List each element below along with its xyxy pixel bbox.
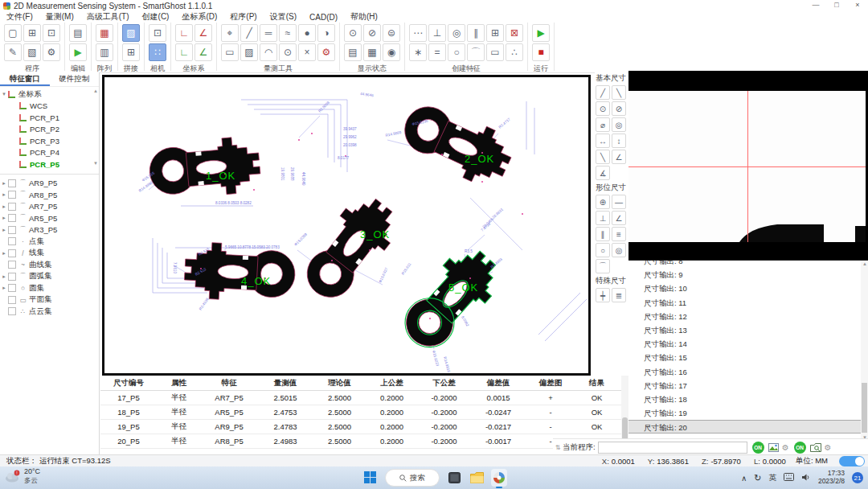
tray-clock[interactable]: 17:33 2023/2/8 <box>818 470 845 486</box>
output-item-8[interactable]: 尺寸输出: 8 <box>628 260 868 268</box>
program-new[interactable]: ▢ <box>4 24 22 42</box>
output-item-11[interactable]: 尺寸输出: 11 <box>628 296 868 310</box>
scroll-up-icon[interactable]: ▲ <box>862 261 867 266</box>
tool-parallel[interactable]: ═ <box>260 24 277 42</box>
edit-continue[interactable]: ▶ <box>69 43 87 61</box>
run-stop[interactable]: ■ <box>532 43 550 61</box>
tool-line[interactable]: ╱ <box>240 24 258 42</box>
tree-item-WCS[interactable]: WCS <box>0 101 99 113</box>
feature-item-点云集[interactable]: ∴点云集 <box>0 306 99 318</box>
output-scrollbar[interactable]: ▲ ▼ <box>861 261 868 441</box>
smartghost-app-icon[interactable] <box>491 469 507 487</box>
dim-point-point[interactable]: ╲ <box>612 85 626 100</box>
expand-arrow-icon[interactable]: ▸ <box>0 180 8 187</box>
create-midline[interactable]: = <box>428 43 446 61</box>
table-row-17_P5[interactable]: 17_P5半径AR7_P52.50152.50000.2000-0.20000.… <box>100 391 628 405</box>
camera-view[interactable] <box>628 71 868 260</box>
output-item-20[interactable]: 尺寸输出: 20 <box>628 420 868 434</box>
program-save[interactable]: ⊞ <box>23 24 41 42</box>
dim-distance-v[interactable]: ↕ <box>612 134 626 148</box>
feature-checkbox[interactable] <box>8 214 16 222</box>
output-item-18[interactable]: 尺寸输出: 18 <box>628 392 868 406</box>
create-plane[interactable]: ▭ <box>486 43 504 61</box>
camera-live[interactable]: ⊡ <box>149 24 166 42</box>
program-select[interactable]: ▧ <box>23 43 41 61</box>
coord-build[interactable]: ∟ <box>175 24 193 42</box>
feature-checkbox[interactable] <box>8 307 16 315</box>
settings-gear-icon-1[interactable]: ⚙ <box>782 443 789 452</box>
tree-root-coordsys[interactable]: ▾坐标系 <box>0 88 99 101</box>
dim-position[interactable]: ⊕ <box>596 195 610 209</box>
part-2_OK[interactable] <box>395 95 519 192</box>
dim-output-list[interactable]: ≣ <box>612 288 626 302</box>
dim-roundness[interactable]: ○ <box>596 243 610 257</box>
view-3d[interactable]: ◉ <box>383 43 400 61</box>
weather-widget[interactable]: ! 20°C 多云 <box>5 468 40 484</box>
tool-gauge[interactable]: ◠ <box>260 43 277 61</box>
dim-angularity[interactable]: ∠ <box>612 211 626 225</box>
tree-item-PCR_P2[interactable]: PCR_P2 <box>0 124 99 136</box>
dim-perpendicularity[interactable]: ⊥ <box>596 211 610 225</box>
filter-dims[interactable]: ⊜ <box>383 24 400 42</box>
menu-item-8[interactable]: 帮助(H) <box>344 11 384 23</box>
feature-checkbox[interactable] <box>8 261 16 269</box>
dim-parallelism[interactable]: ∥ <box>596 227 610 241</box>
dim-line-circle[interactable]: ⌀ <box>596 117 610 132</box>
create-point[interactable]: ⋯ <box>409 24 427 42</box>
camera-grid[interactable]: ∷ <box>149 43 166 61</box>
feature-item-圆弧集[interactable]: ▸⌒圆弧集 <box>0 271 99 283</box>
output-item-14[interactable]: 尺寸输出: 14 <box>628 337 868 351</box>
output-item-17[interactable]: 尺寸输出: 17 <box>628 379 868 392</box>
image-overlay-icon[interactable] <box>768 443 779 452</box>
feature-checkbox[interactable] <box>8 191 16 199</box>
hide-dims[interactable]: ⊘ <box>363 24 381 42</box>
feature-item-AR8_P5[interactable]: ▸⌒AR8_P5 <box>0 189 99 201</box>
dim-concentricity[interactable]: ◎ <box>612 243 626 257</box>
settings-gear-icon-2[interactable]: ⚙ <box>825 443 832 452</box>
output-item-12[interactable]: 尺寸输出: 12 <box>628 310 868 323</box>
start-button[interactable] <box>363 471 379 486</box>
feature-checkbox[interactable] <box>8 203 16 211</box>
expand-arrow-icon[interactable]: ▸ <box>0 285 8 291</box>
create-arc[interactable]: ⌒ <box>467 43 485 61</box>
run-start[interactable]: ▶ <box>532 24 550 42</box>
output-item-13[interactable]: 尺寸输出: 13 <box>628 323 868 337</box>
create-offset[interactable]: ⊞ <box>486 24 504 42</box>
current-program-input[interactable] <box>598 442 747 454</box>
table-row-20_P5[interactable]: 20_P5半径AR8_P52.49832.50000.2000-0.2000-0… <box>100 434 628 449</box>
volume-icon[interactable] <box>801 473 811 483</box>
program-edit[interactable]: ✎ <box>4 43 22 61</box>
view-image[interactable]: ▤ <box>344 43 362 61</box>
feature-item-点集[interactable]: ·点集 <box>0 236 99 248</box>
feature-item-圆集[interactable]: ▸○圆集 <box>0 282 99 294</box>
feature-checkbox[interactable] <box>8 273 16 281</box>
touch-keyboard-icon[interactable] <box>784 473 794 483</box>
tool-focus[interactable]: ⊙ <box>279 43 297 61</box>
tool-hatch[interactable]: ▨ <box>240 43 258 61</box>
tab-hardware-control[interactable]: 硬件控制 <box>50 72 100 86</box>
create-pin-circle[interactable]: ◎ <box>448 24 465 42</box>
feature-checkbox[interactable] <box>8 284 16 292</box>
feature-checkbox[interactable] <box>8 249 16 257</box>
taskbar-app-window-icon[interactable] <box>446 469 462 487</box>
create-mirror-lines[interactable]: ∥ <box>467 24 485 42</box>
tree-item-PCR_P1[interactable]: PCR_P1 <box>0 112 99 124</box>
minimize-button[interactable]: — <box>805 0 826 11</box>
expand-arrow-icon[interactable]: ▸ <box>0 273 8 280</box>
part-3_OK[interactable] <box>294 188 407 310</box>
array-enable[interactable]: ▦ <box>96 24 113 42</box>
dim-distance-h[interactable]: ↔ <box>596 134 610 148</box>
edit-image[interactable]: ▤ <box>69 24 87 42</box>
tool-rect[interactable]: ▭ <box>221 43 239 61</box>
dim-line[interactable]: ╲ <box>596 150 610 164</box>
table-row-18_P5[interactable]: 18_P5半径AR5_P52.47532.50000.2000-0.2000-0… <box>100 405 628 420</box>
dim-profile[interactable]: ⌒ <box>596 259 610 273</box>
output-item-16[interactable]: 尺寸输出: 16 <box>628 365 868 379</box>
output-item-19[interactable]: 尺寸输出: 19 <box>628 406 868 420</box>
create-cloud[interactable]: ∴ <box>506 43 523 61</box>
coord-align[interactable]: ∠ <box>194 43 212 61</box>
tool-pick[interactable]: ⌖ <box>221 24 239 42</box>
feature-item-平面集[interactable]: ▭平面集 <box>0 294 99 306</box>
menu-item-6[interactable]: 设置(S) <box>264 11 303 23</box>
table-row-19_P5[interactable]: 19_P5半径AR9_P52.47832.50000.2000-0.2000-0… <box>100 420 628 434</box>
